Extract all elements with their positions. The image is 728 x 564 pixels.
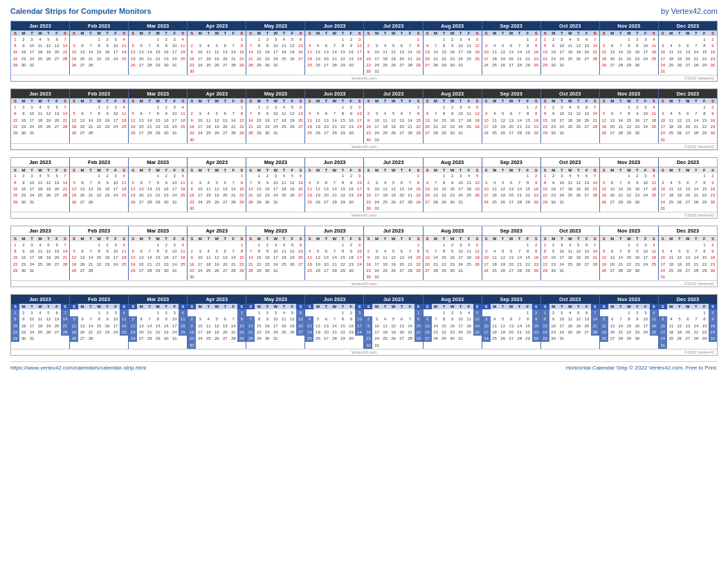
month-title: Oct 2023 [541,21,599,30]
day-cell: 1 [415,309,423,316]
day-cell: 6 [608,111,617,117]
day-cell: 23 [448,124,457,130]
day-cell-empty [608,36,617,42]
day-cell: 7 [406,179,415,185]
day-cell: 25 [305,268,313,274]
dow-cell: W [684,98,692,104]
day-cell: 4 [36,36,44,42]
day-cell: 10 [372,49,381,55]
day-cell: 30 [709,199,717,205]
day-cell: 23 [347,329,355,336]
day-cell-empty [432,242,440,248]
day-cell: 12 [574,111,583,117]
dow-cell: W [684,304,692,309]
day-cell: 27 [322,199,330,205]
day-cell: 31 [558,62,566,69]
day-cell: 24 [28,329,36,336]
day-cell: 7 [406,248,415,254]
day-cell: 5 [600,248,608,254]
day-cell-empty [305,36,313,42]
day-cell: 14 [61,316,69,322]
dow-cell: S [709,30,717,36]
month-block: Dec 2023SMTWTFS 123456789101112131415161… [659,21,717,75]
day-cell: 8 [338,42,347,48]
day-cell: 10 [196,322,204,329]
day-cell: 31 [659,136,667,143]
dow-cell: F [347,98,355,104]
day-cell: 9 [633,179,641,185]
day-cell: 7 [87,248,95,254]
day-cell: 27 [684,336,692,342]
day-cell: 2 [103,242,111,248]
day-cell-empty [390,309,398,316]
day-cell: 8 [440,248,448,254]
dow-cell: S [179,30,187,36]
day-cell: 22 [11,55,19,62]
month-title: Dec 2023 [659,21,717,30]
day-cell: 12 [675,255,684,261]
day-cell: 31 [558,130,566,136]
day-cell: 18 [465,49,473,55]
day-cell: 14 [516,322,524,329]
day-cell: 3 [659,248,667,254]
footer-right: ©2022 Vertex42 [481,213,714,217]
day-cell: 19 [313,329,322,336]
day-cell: 26 [129,130,137,136]
day-cell: 13 [507,322,516,329]
days-grid: 1234567891011121314151617181920212223242… [482,242,540,274]
day-cell: 11 [204,117,212,123]
day-cell-empty [87,104,95,110]
day-cell: 11 [36,111,44,117]
day-cell: 20 [322,329,330,336]
day-cell: 3 [355,242,363,248]
day-cell: 28 [246,130,255,136]
day-cell: 14 [145,255,154,261]
month-block: Nov 2023SMTWTFS 123456789101112131415161… [600,89,659,143]
day-cell: 22 [338,192,347,199]
footer-url[interactable]: https://www.vertex42.com/calendars/calen… [10,365,146,371]
day-cell: 7 [591,173,599,179]
dow-cell: T [280,98,288,104]
day-cell: 11 [650,248,658,254]
dow-cell: F [641,98,650,104]
month-title: Jun 2023 [305,295,363,304]
day-cell: 2 [188,179,196,185]
day-cell: 13 [398,49,406,55]
month-block: Sep 2023SMTWTFS 123456789101112131415161… [482,21,541,75]
day-cell: 5 [600,42,608,48]
day-cell: 19 [675,55,684,62]
day-cell: 21 [61,322,69,329]
day-cell: 23 [103,55,111,62]
day-cell: 11 [280,179,288,185]
day-cell: 6 [608,179,617,185]
day-cell: 25 [36,261,44,267]
day-cell: 5 [212,111,221,117]
day-cell: 10 [659,255,667,261]
day-cell: 24 [457,192,465,199]
day-cell: 30 [532,62,540,69]
month-block: May 2023SMTWTFS 123456789101112131415161… [246,295,305,348]
month-block: Mar 2023SMTWTFS 123456789101112131415161… [129,295,188,348]
day-cell: 16 [162,117,170,123]
day-cell: 26 [473,124,482,130]
day-cell: 23 [162,55,170,62]
dow-cell: W [154,304,162,309]
day-cell: 20 [322,261,330,267]
day-cell: 21 [229,261,237,267]
day-cell: 27 [78,268,87,274]
dow-cell: S [709,98,717,104]
day-cell: 29 [524,199,532,205]
day-cell: 17 [196,55,204,62]
day-cell: 20 [221,124,229,130]
dow-cell: T [457,304,465,309]
day-cell: 23 [188,268,196,274]
day-cell: 7 [617,316,625,322]
day-cell: 28 [406,62,415,69]
dow-cell: F [583,304,591,309]
day-cell: 19 [574,117,583,123]
days-grid: 1234567891011121314151617181920212223242… [659,36,717,75]
day-cell-empty [617,36,625,42]
dow-cell: M [313,30,322,36]
day-cell-empty [330,242,338,248]
dow-cell: T [87,236,95,242]
